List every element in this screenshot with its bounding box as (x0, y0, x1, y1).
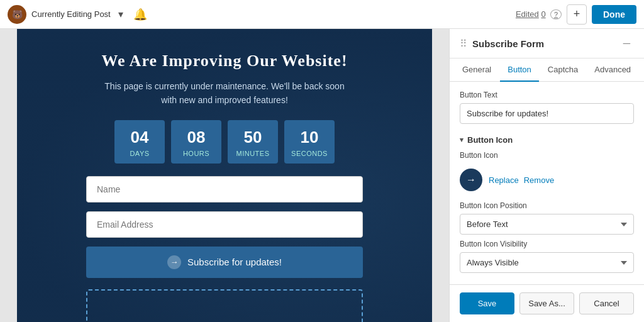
countdown-days: 04 Days (114, 120, 165, 164)
notifications-bell-icon[interactable]: 🔔 (131, 5, 150, 24)
drag-handle-icon[interactable]: ⠿ (460, 38, 467, 50)
icon-preview-char: → (466, 174, 476, 186)
sidebar-panel: ⠿ Subscribe Form ─ General Button Captch… (449, 29, 644, 322)
edited-count: 0 (541, 9, 545, 19)
save-as-button[interactable]: Save As... (519, 292, 574, 314)
subscribe-btn-label: Subscribe for updates! (187, 257, 282, 267)
edited-status: Edited 0 ? (516, 9, 562, 19)
tab-button[interactable]: Button (500, 58, 539, 82)
icon-row: → Replace Remove (460, 164, 634, 196)
main-area: We Are Improving Our Website! This page … (0, 29, 644, 322)
icon-visibility-group: Button Icon Visibility Always Visible On… (460, 240, 634, 273)
sidebar-panel-title: Subscribe Form (472, 38, 614, 49)
countdown-seconds-num: 10 (289, 128, 330, 147)
page-subtitle: This page is currently under maintenance… (104, 79, 344, 108)
page-title: We Are Improving Our Website! (101, 52, 347, 70)
name-input[interactable] (86, 176, 363, 203)
sidebar-tabs: General Button Captcha Advanced (450, 58, 644, 82)
done-button[interactable]: Done (592, 5, 636, 24)
add-block-button[interactable]: + (567, 4, 587, 25)
email-input[interactable] (86, 211, 363, 238)
help-icon[interactable]: ? (550, 9, 562, 19)
empty-block-placeholder[interactable] (86, 289, 363, 322)
topbar-chevron-icon[interactable]: ▾ (116, 6, 126, 23)
subscribe-button[interactable]: → Subscribe for updates! (86, 247, 363, 278)
subscribe-btn-icon: → (167, 255, 181, 269)
sidebar-header: ⠿ Subscribe Form ─ (450, 29, 644, 58)
countdown-minutes-label: Minutes (236, 150, 270, 157)
icon-position-select[interactable]: Before Text After Text (460, 214, 634, 235)
replace-icon-link[interactable]: Replace (489, 175, 519, 185)
button-icon-group: Button Icon → Replace Remove (460, 151, 634, 196)
cancel-button[interactable]: Cancel (579, 292, 634, 314)
icon-visibility-select[interactable]: Always Visible On Hover (460, 252, 634, 273)
icon-visibility-label: Button Icon Visibility (460, 240, 634, 248)
remove-icon-link[interactable]: Remove (524, 175, 554, 185)
site-logo: 🐻 (8, 5, 26, 24)
logo-icon: 🐻 (12, 9, 23, 19)
icon-actions: Replace Remove (489, 175, 554, 185)
button-icon-label: Button Icon (460, 151, 634, 160)
countdown-minutes: 50 Minutes (228, 120, 278, 164)
minimize-panel-button[interactable]: ─ (619, 36, 634, 50)
countdown-minutes-num: 50 (233, 128, 273, 147)
countdown-days-num: 04 (119, 128, 160, 147)
button-text-label: Button Text (460, 91, 634, 99)
icon-position-label: Button Icon Position (460, 201, 634, 210)
page-content: We Are Improving Our Website! This page … (17, 29, 432, 322)
button-icon-section-label: Button Icon (467, 135, 513, 145)
tab-advanced[interactable]: Advanced (587, 58, 638, 82)
tab-general[interactable]: General (455, 58, 499, 82)
sidebar-body: Button Text ▾ Button Icon Button Icon → (450, 82, 644, 284)
countdown-hours-num: 08 (176, 128, 216, 147)
countdown-hours-label: Hours (183, 150, 209, 157)
button-icon-section: ▾ Button Icon Button Icon → Replace Remo… (460, 133, 634, 273)
countdown-timer: 04 Days 08 Hours 50 Minutes 10 Seconds (114, 120, 335, 164)
countdown-days-label: Days (130, 150, 149, 157)
button-text-input[interactable] (460, 103, 634, 124)
icon-preview: → (460, 169, 482, 191)
button-icon-toggle[interactable]: ▾ Button Icon (460, 133, 634, 147)
topbar: 🐻 Currently Editing Post ▾ 🔔 Edited 0 ? … (0, 0, 644, 29)
countdown-seconds: 10 Seconds (284, 120, 335, 164)
icon-position-group: Button Icon Position Before Text After T… (460, 201, 634, 235)
canvas: We Are Improving Our Website! This page … (0, 29, 449, 322)
collapse-chevron-icon: ▾ (460, 136, 464, 144)
page-preview: We Are Improving Our Website! This page … (17, 29, 432, 322)
countdown-hours: 08 Hours (171, 120, 221, 164)
countdown-seconds-label: Seconds (291, 150, 328, 157)
topbar-title: Currently Editing Post (31, 9, 111, 19)
tab-captcha[interactable]: Captcha (540, 58, 586, 82)
sidebar-footer: Save Save As... Cancel (450, 284, 644, 322)
button-text-group: Button Text (460, 91, 634, 124)
save-button[interactable]: Save (460, 292, 514, 314)
